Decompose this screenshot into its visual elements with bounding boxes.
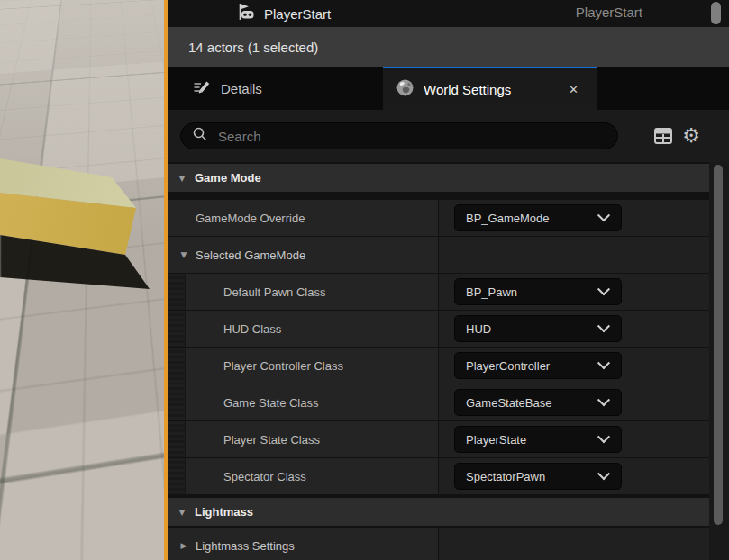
class-dropdown-bp-gamemode[interactable]: BP_GameMode — [454, 204, 622, 231]
property-name-cell: GameMode Override — [168, 200, 439, 236]
indent-guide — [168, 274, 186, 310]
world-settings-panel: PlayerStart PlayerStart 14 actors (1 sel… — [168, 0, 729, 560]
tab-details-label: Details — [221, 81, 262, 96]
property-label: Player Controller Class — [186, 359, 343, 373]
tab-bar: Details World Settings ✕ — [168, 67, 729, 110]
property-value-cell — [439, 237, 709, 273]
property-name-cell: Player State Class — [168, 421, 439, 457]
playerstart-flag-gamepad-icon — [236, 2, 256, 25]
settings-gear-icon[interactable]: ⚙ — [680, 125, 702, 147]
property-value-cell: PlayerState — [439, 421, 709, 457]
class-dropdown-gamestatebase[interactable]: GameStateBase — [454, 389, 622, 416]
tab-world-settings[interactable]: World Settings ✕ — [383, 67, 597, 110]
chevron-down-icon — [597, 320, 610, 332]
properties-scrollbar-thumb[interactable] — [714, 165, 723, 525]
property-label: Spectator Class — [186, 470, 306, 483]
class-dropdown-playerstate[interactable]: PlayerState — [454, 426, 622, 453]
property-row-spectator-class[interactable]: Spectator ClassSpectatorPawn — [168, 458, 709, 494]
chevron-down-icon — [597, 393, 610, 406]
properties-list: ▼Game ModeGameMode OverrideBP_GameMode▼S… — [168, 162, 709, 560]
property-value-cell: BP_Pawn — [439, 274, 709, 310]
property-row-lightmass-settings[interactable]: ▶Lightmass Settings — [168, 528, 709, 560]
details-pencil-icon — [192, 77, 211, 99]
dropdown-value: PlayerController — [455, 359, 599, 373]
search-box[interactable] — [180, 122, 618, 149]
tab-close-icon[interactable]: ✕ — [569, 83, 579, 96]
dropdown-value: BP_GameMode — [455, 212, 599, 225]
indent-guide — [168, 311, 186, 347]
chevron-collapsed-icon[interactable]: ▶ — [179, 541, 188, 550]
property-name-cell: ▶Lightmass Settings — [168, 528, 439, 560]
chevron-expanded-icon[interactable]: ▼ — [179, 250, 188, 259]
tab-world-settings-label: World Settings — [424, 82, 511, 97]
property-name-cell: Default Pawn Class — [168, 274, 439, 310]
chevron-expanded-icon[interactable]: ▼ — [178, 508, 187, 517]
selected-actor: PlayerStart — [168, 2, 331, 25]
class-dropdown-bp-pawn[interactable]: BP_Pawn — [454, 278, 622, 305]
property-row-gamemode-override[interactable]: GameMode OverrideBP_GameMode — [168, 200, 709, 236]
property-row-selected-gamemode[interactable]: ▼Selected GameMode — [168, 237, 709, 273]
actors-count-bar: 14 actors (1 selected) — [168, 27, 729, 67]
class-dropdown-playercontroller[interactable]: PlayerController — [454, 352, 622, 379]
property-label: HUD Class — [186, 322, 281, 336]
property-name-cell: HUD Class — [168, 311, 439, 347]
actors-count-text: 14 actors (1 selected) — [188, 40, 318, 55]
property-label: Selected GameMode — [196, 248, 305, 262]
chevron-down-icon — [597, 467, 610, 480]
dropdown-value: GameStateBase — [455, 396, 599, 410]
class-dropdown-hud[interactable]: HUD — [454, 315, 622, 342]
search-icon — [192, 126, 208, 146]
chevron-down-icon — [597, 357, 610, 369]
property-value-cell: SpectatorPawn — [439, 458, 709, 494]
indent-guide — [168, 348, 186, 384]
property-value-cell: HUD — [439, 311, 709, 347]
display-grid-icon[interactable] — [652, 125, 674, 147]
viewport-3d[interactable] — [0, 0, 165, 560]
tab-details[interactable]: Details — [168, 67, 383, 110]
category-label: Lightmass — [195, 505, 253, 519]
selected-actor-class: PlayerStart — [576, 5, 642, 20]
property-name-cell: Spectator Class — [168, 458, 439, 494]
outliner-scrollbar-thumb[interactable] — [711, 2, 721, 24]
class-dropdown-spectatorpawn[interactable]: SpectatorPawn — [454, 463, 622, 490]
selected-actor-name: PlayerStart — [264, 6, 331, 22]
property-row-default-pawn-class[interactable]: Default Pawn ClassBP_Pawn — [168, 274, 709, 310]
indent-guide — [168, 384, 186, 420]
property-label: Player State Class — [186, 433, 320, 447]
chevron-expanded-icon[interactable]: ▼ — [178, 174, 187, 183]
property-label: Default Pawn Class — [186, 285, 325, 299]
chevron-down-icon — [597, 430, 610, 443]
property-row-hud-class[interactable]: HUD ClassHUD — [168, 311, 709, 347]
chevron-down-icon — [597, 283, 610, 295]
property-row-player-state-class[interactable]: Player State ClassPlayerState — [168, 421, 709, 457]
property-label: Lightmass Settings — [196, 539, 295, 553]
dropdown-value: PlayerState — [455, 433, 599, 447]
property-name-cell: Player Controller Class — [168, 348, 439, 384]
property-name-cell: Game State Class — [168, 384, 439, 420]
property-label: Game State Class — [186, 396, 319, 410]
globe-icon — [396, 78, 415, 100]
property-label: GameMode Override — [168, 212, 305, 225]
property-value-cell: BP_GameMode — [439, 200, 709, 236]
property-row-game-state-class[interactable]: Game State ClassGameStateBase — [168, 384, 709, 420]
category-header-lightmass[interactable]: ▼Lightmass — [168, 498, 709, 526]
dropdown-value: HUD — [455, 322, 599, 336]
dropdown-value: SpectatorPawn — [455, 470, 599, 483]
search-toolbar: ⚙ — [168, 110, 729, 162]
search-input[interactable] — [216, 128, 606, 145]
category-label: Game Mode — [195, 171, 261, 185]
property-row-player-controller-class[interactable]: Player Controller ClassPlayerController — [168, 348, 709, 384]
outliner-selected-row[interactable]: PlayerStart PlayerStart — [168, 0, 729, 27]
property-value-cell: PlayerController — [439, 348, 709, 384]
category-header-game-mode[interactable]: ▼Game Mode — [168, 164, 709, 192]
dropdown-value: BP_Pawn — [455, 285, 599, 299]
chevron-down-icon — [597, 209, 610, 221]
indent-guide — [168, 421, 186, 457]
property-value-cell: GameStateBase — [439, 384, 709, 420]
indent-guide — [168, 458, 186, 494]
property-name-cell: ▼Selected GameMode — [168, 237, 439, 273]
property-value-cell — [439, 528, 709, 560]
